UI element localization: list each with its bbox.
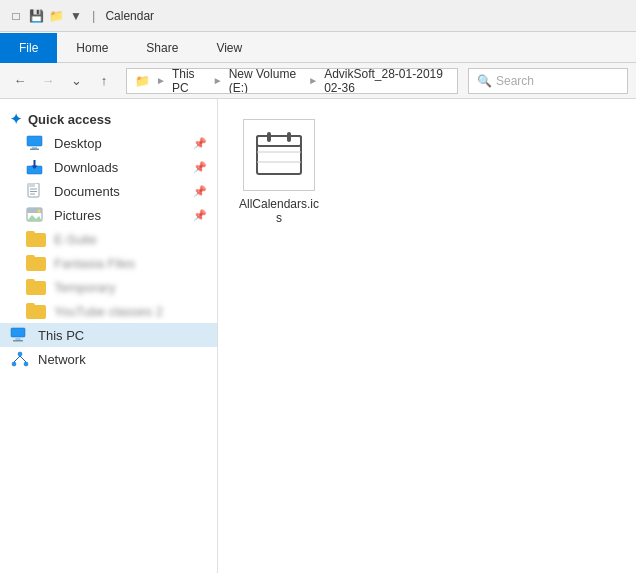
sidebar-item-network[interactable]: Network	[0, 347, 217, 371]
desktop-icon	[26, 135, 46, 151]
window-title: Calendar	[101, 9, 628, 23]
sidebar: ✦ Quick access Desktop 📌	[0, 99, 218, 573]
main-area: ✦ Quick access Desktop 📌	[0, 99, 636, 573]
svg-line-23	[20, 356, 26, 362]
title-icon-4: ▼	[68, 8, 84, 24]
address-part-1: New Volume (E:)	[229, 68, 303, 94]
up-button[interactable]: ↑	[92, 69, 116, 93]
desktop-pin-icon: 📌	[193, 137, 207, 150]
network-svg	[10, 351, 30, 367]
quick-access-star-icon: ✦	[10, 111, 22, 127]
quick-access-header: ✦ Quick access	[0, 107, 217, 131]
address-part-0: This PC	[172, 68, 207, 94]
tab-home[interactable]: Home	[57, 33, 127, 63]
svg-point-21	[24, 362, 28, 366]
svg-rect-16	[11, 328, 25, 337]
ribbon: File Home Share View	[0, 32, 636, 63]
title-icon-3: 📁	[48, 8, 64, 24]
downloads-pin-icon: 📌	[193, 161, 207, 174]
recent-locations-button[interactable]: ⌄	[64, 69, 88, 93]
folder-icon-4	[26, 303, 46, 319]
tab-view[interactable]: View	[197, 33, 261, 63]
sidebar-folder-4-label: YouTube classes 2	[54, 304, 163, 319]
calendar-svg	[252, 128, 306, 182]
title-bar-icons: □ 💾 📁 ▼ |	[8, 8, 95, 24]
back-button[interactable]: ←	[8, 69, 32, 93]
title-icon-2: 💾	[28, 8, 44, 24]
sidebar-item-downloads-label: Downloads	[54, 160, 118, 175]
sidebar-folder-3[interactable]: Temporary	[0, 275, 217, 299]
svg-rect-17	[16, 338, 21, 340]
svg-point-19	[18, 352, 22, 356]
svg-rect-26	[267, 132, 271, 142]
sidebar-folder-3-label: Temporary	[54, 280, 115, 295]
sidebar-folder-1[interactable]: E-Suite	[0, 227, 217, 251]
documents-pin-icon: 📌	[193, 185, 207, 198]
search-placeholder: Search	[496, 74, 534, 88]
address-sep-2: ►	[308, 75, 318, 86]
network-icon	[10, 351, 30, 367]
pictures-pin-icon: 📌	[193, 209, 207, 222]
svg-rect-8	[28, 183, 35, 187]
title-icon-1: □	[8, 8, 24, 24]
address-bar[interactable]: 📁 ► This PC ► New Volume (E:) ► AdvikSof…	[126, 68, 458, 94]
svg-rect-0	[27, 136, 42, 146]
address-icon: 📁	[135, 74, 150, 88]
svg-point-14	[38, 210, 41, 213]
downloads-svg	[26, 159, 46, 175]
search-bar[interactable]: 🔍 Search	[468, 68, 628, 94]
svg-rect-18	[13, 340, 23, 342]
sidebar-item-desktop[interactable]: Desktop 📌	[0, 131, 217, 155]
pictures-svg	[26, 207, 46, 223]
svg-point-20	[12, 362, 16, 366]
sidebar-item-documents-label: Documents	[54, 184, 120, 199]
svg-rect-27	[287, 132, 291, 142]
forward-button[interactable]: →	[36, 69, 60, 93]
svg-line-22	[14, 356, 20, 362]
sidebar-item-this-pc[interactable]: This PC	[0, 323, 217, 347]
tab-share[interactable]: Share	[127, 33, 197, 63]
content-area: AllCalendars.ics	[218, 99, 636, 573]
sidebar-item-pictures[interactable]: Pictures 📌	[0, 203, 217, 227]
sidebar-item-this-pc-label: This PC	[38, 328, 84, 343]
folder-icon-3	[26, 279, 46, 295]
sidebar-folder-2[interactable]: Fantasia Files	[0, 251, 217, 275]
pictures-icon	[26, 207, 46, 223]
address-sep-1: ►	[213, 75, 223, 86]
folder-icon-1	[26, 231, 46, 247]
file-icon-calendar	[243, 119, 315, 191]
svg-rect-2	[30, 149, 39, 151]
file-item-allcalendars[interactable]: AllCalendars.ics	[234, 115, 324, 229]
address-part-2: AdvikSoft_28-01-2019 02-36	[324, 68, 449, 94]
sidebar-folder-2-label: Fantasia Files	[54, 256, 135, 271]
sidebar-item-network-label: Network	[38, 352, 86, 367]
tab-file[interactable]: File	[0, 33, 57, 63]
svg-rect-25	[257, 136, 301, 146]
sidebar-item-pictures-label: Pictures	[54, 208, 101, 223]
sidebar-folder-4[interactable]: YouTube classes 2	[0, 299, 217, 323]
sidebar-folder-1-label: E-Suite	[54, 232, 97, 247]
sidebar-item-documents[interactable]: Documents 📌	[0, 179, 217, 203]
sidebar-item-downloads[interactable]: Downloads 📌	[0, 155, 217, 179]
search-icon: 🔍	[477, 74, 492, 88]
quick-access-label: Quick access	[28, 112, 111, 127]
this-pc-icon	[10, 327, 30, 343]
file-label-allcalendars: AllCalendars.ics	[238, 197, 320, 225]
downloads-icon	[26, 159, 46, 175]
folder-icon-2	[26, 255, 46, 271]
address-sep-0: ►	[156, 75, 166, 86]
desktop-svg	[26, 135, 46, 151]
this-pc-svg	[10, 327, 30, 343]
documents-icon	[26, 183, 46, 199]
documents-svg	[26, 183, 46, 199]
title-bar: □ 💾 📁 ▼ | Calendar	[0, 0, 636, 32]
nav-bar: ← → ⌄ ↑ 📁 ► This PC ► New Volume (E:) ► …	[0, 63, 636, 99]
sidebar-item-desktop-label: Desktop	[54, 136, 102, 151]
ribbon-tabs: File Home Share View	[0, 32, 636, 62]
